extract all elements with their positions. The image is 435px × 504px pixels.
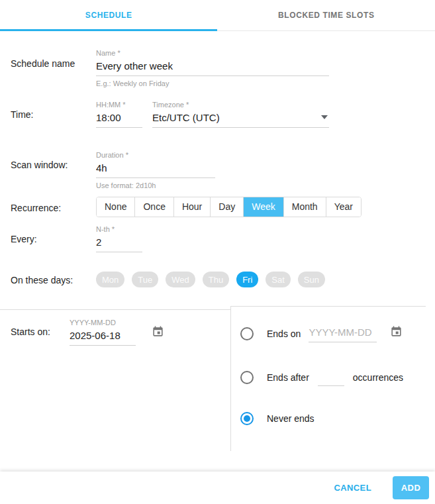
hhmm-input[interactable] xyxy=(96,110,142,128)
day-chip-sat[interactable]: Sat xyxy=(266,272,291,287)
ends-on-radio[interactable] xyxy=(240,327,254,340)
time-row-label: Time: xyxy=(11,101,96,128)
ends-on-datepicker-button[interactable] xyxy=(390,325,403,338)
calendar-icon xyxy=(390,330,403,340)
scan-window-row-label: Scan window: xyxy=(11,151,96,189)
tab-bar: SCHEDULE BLOCKED TIME SLOTS xyxy=(0,0,435,31)
tab-blocked-time-slots[interactable]: BLOCKED TIME SLOTS xyxy=(218,0,435,30)
nth-field-label: N-th * xyxy=(96,225,142,234)
every-row-label: Every: xyxy=(11,225,96,252)
day-chip-tue[interactable]: Tue xyxy=(132,272,158,287)
tab-schedule[interactable]: SCHEDULE xyxy=(0,0,218,30)
starts-on-row-label: Starts on: xyxy=(11,319,70,346)
hhmm-field-label: HH:MM * xyxy=(96,101,142,110)
starts-on-datepicker-button[interactable] xyxy=(152,325,164,338)
name-field-label: Name * xyxy=(96,49,329,58)
days-row: On these days: Mon Tue Wed Thu Fri Sat S… xyxy=(0,272,435,287)
day-chip-sun[interactable]: Sun xyxy=(298,272,325,287)
schedule-name-row-label: Schedule name xyxy=(11,49,96,87)
day-chip-wed[interactable]: Wed xyxy=(166,272,195,287)
every-row: Every: N-th * xyxy=(0,225,435,252)
scan-window-row: Scan window: Duration * Use format: 2d10… xyxy=(0,151,435,189)
day-chip-thu[interactable]: Thu xyxy=(203,272,229,287)
recurrence-hour-button[interactable]: Hour xyxy=(173,197,210,217)
starts-on-input[interactable] xyxy=(70,328,136,346)
starts-on-field-label: YYYY-MM-DD xyxy=(70,319,136,328)
nth-input[interactable] xyxy=(96,234,142,252)
recurrence-month-button[interactable]: Month xyxy=(283,197,326,217)
day-chips: Mon Tue Wed Thu Fri Sat Sun xyxy=(96,272,332,287)
recurrence-day-button[interactable]: Day xyxy=(210,197,243,217)
name-input[interactable] xyxy=(96,58,329,76)
day-chip-mon[interactable]: Mon xyxy=(96,272,124,287)
ends-on-date-input[interactable] xyxy=(309,325,377,342)
recurrence-row: Recurrence: None Once Hour Day Week Mont… xyxy=(0,197,435,217)
ends-on-label: Ends on xyxy=(267,328,301,339)
duration-field-hint: Use format: 2d10h xyxy=(96,181,215,189)
recurrence-button-group: None Once Hour Day Week Month Year xyxy=(96,197,362,217)
ends-after-radio[interactable] xyxy=(240,371,254,384)
never-ends-radio[interactable] xyxy=(240,412,254,425)
ends-after-label: Ends after xyxy=(267,372,309,383)
recurrence-year-button[interactable]: Year xyxy=(326,197,361,217)
occurrences-input[interactable] xyxy=(318,368,344,386)
recurrence-once-button[interactable]: Once xyxy=(134,197,173,217)
duration-input[interactable] xyxy=(96,160,215,178)
duration-field-label: Duration * xyxy=(96,151,215,160)
calendar-icon xyxy=(152,330,164,340)
ends-panel: Ends on Ends after occurrences Never end… xyxy=(230,306,426,451)
day-chip-fri[interactable]: Fri xyxy=(236,272,258,287)
occurrences-suffix-label: occurrences xyxy=(353,372,403,383)
recurrence-row-label: Recurrence: xyxy=(11,197,96,217)
dialog-footer: CANCEL ADD xyxy=(0,472,435,504)
days-row-label: On these days: xyxy=(11,272,96,287)
time-row: Time: HH:MM * Timezone * xyxy=(0,101,435,128)
add-button[interactable]: ADD xyxy=(393,476,429,499)
ends-after-option-row: Ends after occurrences xyxy=(240,368,426,386)
timezone-field-label: Timezone * xyxy=(152,101,329,110)
cancel-button[interactable]: CANCEL xyxy=(323,476,382,499)
timezone-select[interactable] xyxy=(152,110,329,128)
never-ends-option-row: Never ends xyxy=(240,412,426,425)
never-ends-label: Never ends xyxy=(267,413,314,424)
recurrence-week-button[interactable]: Week xyxy=(243,197,283,217)
schedule-bounds-section: Starts on: YYYY-MM-DD Ends on Ends after xyxy=(0,309,435,454)
active-tab-indicator xyxy=(0,29,217,31)
name-field-hint: E.g.: Weekly on Friday xyxy=(96,79,329,87)
schedule-name-row: Schedule name Name * E.g.: Weekly on Fri… xyxy=(0,49,435,87)
recurrence-none-button[interactable]: None xyxy=(97,197,134,217)
ends-on-option-row: Ends on xyxy=(240,325,426,342)
chevron-down-icon[interactable] xyxy=(321,115,328,119)
starts-on-panel: Starts on: YYYY-MM-DD xyxy=(0,309,230,346)
